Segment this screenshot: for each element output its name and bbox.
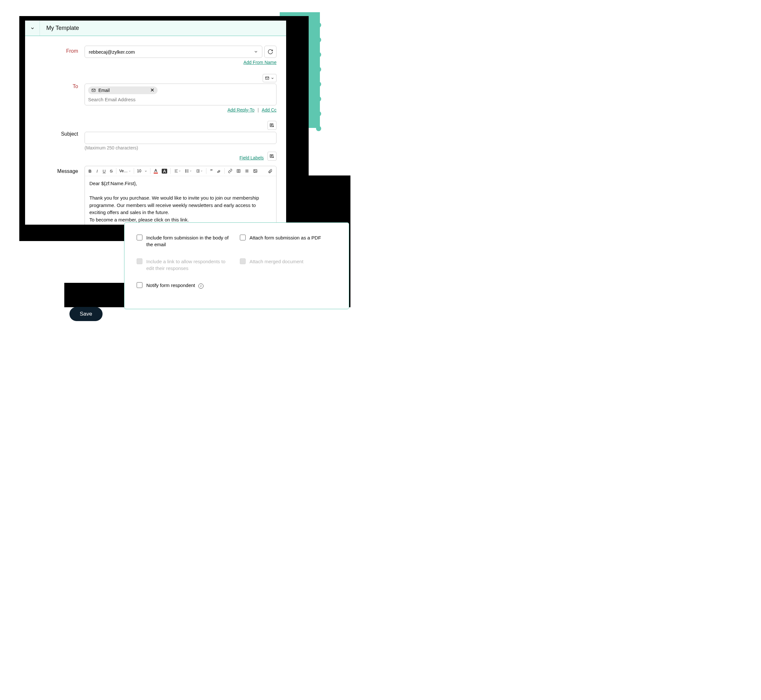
option-label: Attach merged document xyxy=(249,258,304,265)
quote-button[interactable]: ” xyxy=(208,167,215,175)
message-row: Message B I U S Ve… 10 A A xyxy=(25,166,286,225)
paperclip-icon xyxy=(268,169,272,173)
svg-point-17 xyxy=(186,170,186,170)
option-label: Notify form respondent xyxy=(146,283,195,288)
option-label: Include a link to allow respondents to e… xyxy=(146,258,233,272)
clear-format-button[interactable] xyxy=(215,167,223,175)
checkbox-attach-pdf[interactable] xyxy=(240,234,246,241)
subject-label: Subject xyxy=(25,122,85,137)
strike-button[interactable]: S xyxy=(108,167,114,175)
from-label: From xyxy=(25,45,85,54)
list-button[interactable] xyxy=(183,167,194,175)
message-label: Message xyxy=(25,166,85,174)
subject-input[interactable] xyxy=(85,132,277,144)
link-button[interactable] xyxy=(226,167,234,175)
bg-color-button[interactable]: A xyxy=(160,167,169,175)
image-icon xyxy=(253,169,258,173)
option-label: Attach form submission as a PDF xyxy=(249,234,321,241)
eraser-icon xyxy=(217,169,221,173)
from-row: From rebbecaj@zylker.com Add From Name xyxy=(25,45,286,74)
template-panel: My Template From rebbecaj@zylker.com Add… xyxy=(25,20,286,225)
info-icon[interactable]: i xyxy=(198,283,204,289)
to-search-input[interactable] xyxy=(88,97,273,102)
subject-row: Subject (Maximum 250 characters) Field L… xyxy=(25,122,286,166)
list-icon xyxy=(185,169,189,173)
collapse-toggle[interactable] xyxy=(25,20,40,36)
checkbox-notify-respondent[interactable] xyxy=(137,282,142,288)
option-notify-respondent: Notify form respondent i xyxy=(137,282,233,289)
table-icon xyxy=(236,169,241,173)
option-label: Include form submission in the body of t… xyxy=(146,234,233,248)
envelope-icon xyxy=(265,76,269,80)
indent-icon xyxy=(196,169,200,173)
add-cc-link[interactable]: Add Cc xyxy=(262,107,277,112)
option-attach-merged: Attach merged document xyxy=(240,258,337,272)
attach-button[interactable] xyxy=(266,167,274,175)
insert-field-icon xyxy=(269,123,274,128)
image-button[interactable] xyxy=(251,167,259,175)
envelope-icon xyxy=(91,88,96,92)
refresh-icon xyxy=(268,49,273,55)
add-reply-to-link[interactable]: Add Reply-To xyxy=(227,107,254,112)
from-value: rebbecaj@zylker.com xyxy=(89,49,135,55)
separator: | xyxy=(258,107,259,112)
insert-field-icon xyxy=(269,154,274,159)
chevron-down-icon xyxy=(30,26,35,31)
options-panel: Include form submission in the body of t… xyxy=(124,222,349,309)
subject-hint: (Maximum 250 characters) xyxy=(85,145,277,150)
insert-field-subject-button[interactable] xyxy=(268,121,277,130)
svg-point-18 xyxy=(186,171,186,171)
email-chip: Email ✕ xyxy=(88,86,158,94)
option-include-body: Include form submission in the body of t… xyxy=(137,234,233,248)
accent-dots xyxy=(316,22,321,131)
rich-editor: B I U S Ve… 10 A A xyxy=(85,166,277,225)
underline-button[interactable]: U xyxy=(101,167,107,175)
font-size-select[interactable]: 10 xyxy=(136,168,149,174)
bold-button[interactable]: B xyxy=(87,167,93,175)
message-body[interactable]: Dear ${zf:Name.First}, Thank you for you… xyxy=(85,176,276,225)
indent-button[interactable] xyxy=(194,167,205,175)
page-title: My Template xyxy=(40,25,79,31)
hr-icon xyxy=(245,169,249,173)
insert-field-message-button[interactable] xyxy=(268,152,277,161)
option-attach-pdf: Attach form submission as a PDF xyxy=(240,234,337,248)
svg-point-35 xyxy=(255,170,255,171)
to-label: To xyxy=(25,74,85,89)
chevron-down-icon xyxy=(254,50,258,54)
align-button[interactable] xyxy=(172,167,183,175)
to-row: To Email ✕ xyxy=(25,74,286,122)
save-button[interactable]: Save xyxy=(69,307,103,321)
template-header: My Template xyxy=(25,20,286,36)
chevron-down-icon xyxy=(271,77,274,80)
to-type-selector[interactable] xyxy=(263,74,277,82)
align-icon xyxy=(174,169,179,173)
text-color-button[interactable]: A xyxy=(152,167,160,175)
hr-button[interactable] xyxy=(243,167,251,175)
editor-toolbar: B I U S Ve… 10 A A xyxy=(85,166,276,176)
table-button[interactable] xyxy=(235,167,243,175)
svg-point-19 xyxy=(186,172,186,173)
refresh-button[interactable] xyxy=(264,45,277,58)
from-select[interactable]: rebbecaj@zylker.com xyxy=(85,45,262,58)
add-from-name-link[interactable]: Add From Name xyxy=(243,60,277,65)
field-labels-link[interactable]: Field Labels xyxy=(240,155,264,160)
checkbox-edit-link xyxy=(137,258,142,264)
font-family-select[interactable]: Ve… xyxy=(118,168,132,174)
chip-remove[interactable]: ✕ xyxy=(150,88,154,93)
checkbox-attach-merged xyxy=(240,258,246,264)
link-icon xyxy=(228,169,232,173)
chip-label: Email xyxy=(99,88,110,93)
option-edit-link: Include a link to allow respondents to e… xyxy=(137,258,233,272)
italic-button[interactable]: I xyxy=(94,167,100,175)
to-field[interactable]: Email ✕ xyxy=(85,84,277,105)
checkbox-include-body[interactable] xyxy=(137,234,142,241)
